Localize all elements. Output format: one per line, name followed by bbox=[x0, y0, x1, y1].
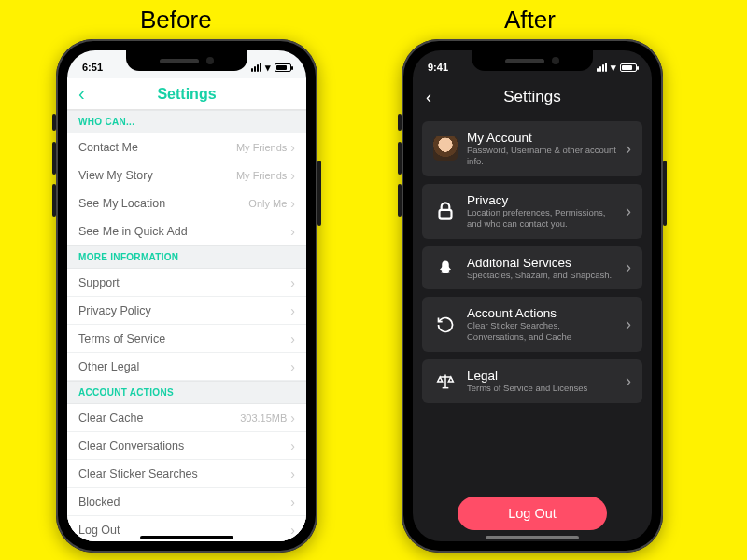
row-clear-conversations[interactable]: Clear Conversations › bbox=[67, 432, 306, 460]
phone-before: 6:51 ▾ ‹ Settings WHO CAN... Contact Me … bbox=[56, 39, 317, 553]
chevron-right-icon: › bbox=[290, 331, 295, 346]
row-label: Other Legal bbox=[78, 360, 139, 373]
row-label: Clear Sticker Searches bbox=[78, 468, 198, 481]
row-label: See Me in Quick Add bbox=[78, 225, 188, 238]
power-button bbox=[663, 161, 667, 226]
row-blocked[interactable]: Blocked › bbox=[67, 488, 306, 516]
chevron-right-icon: › bbox=[290, 303, 295, 318]
battery-icon bbox=[620, 63, 637, 72]
section-header-more-info: MORE INFORMATION bbox=[67, 245, 306, 269]
chevron-right-icon: › bbox=[290, 224, 295, 239]
volume-down-button bbox=[398, 184, 402, 217]
avatar-icon bbox=[433, 136, 458, 161]
row-title: Additonal Services bbox=[467, 256, 616, 270]
home-indicator bbox=[486, 536, 579, 539]
status-time: 9:41 bbox=[428, 62, 448, 73]
chevron-right-icon: › bbox=[290, 439, 295, 454]
row-title: My Account bbox=[467, 131, 616, 145]
chevron-right-icon: › bbox=[290, 140, 295, 155]
back-button[interactable]: ‹ bbox=[78, 83, 85, 105]
header: ‹ Settings bbox=[67, 78, 306, 110]
battery-icon bbox=[275, 63, 291, 72]
signal-icon bbox=[597, 63, 607, 72]
notch bbox=[472, 50, 593, 71]
phone-after: 9:41 ▾ ‹ Settings My Account Password, U… bbox=[402, 39, 663, 553]
row-label: View My Story bbox=[78, 169, 153, 182]
row-label: Clear Cache bbox=[78, 412, 143, 425]
chevron-right-icon: › bbox=[626, 315, 631, 334]
row-subtitle: Location preferences, Permissions, and w… bbox=[467, 207, 616, 230]
chevron-right-icon: › bbox=[626, 202, 631, 221]
row-privacy-policy[interactable]: Privacy Policy › bbox=[67, 297, 306, 325]
row-label: See My Location bbox=[78, 197, 165, 210]
row-terms[interactable]: Terms of Service › bbox=[67, 325, 306, 353]
row-title: Privacy bbox=[467, 193, 616, 207]
row-my-account[interactable]: My Account Password, Username & other ac… bbox=[422, 121, 642, 176]
row-value: Only Me bbox=[248, 198, 287, 209]
wifi-icon: ▾ bbox=[611, 62, 616, 74]
volume-up-button bbox=[398, 142, 402, 175]
row-label: Privacy Policy bbox=[78, 304, 151, 317]
chevron-right-icon: › bbox=[626, 371, 631, 391]
row-subtitle: Terms of Service and Licenses bbox=[467, 383, 616, 394]
row-title: Legal bbox=[467, 369, 616, 383]
row-legal[interactable]: Legal Terms of Service and Licenses › bbox=[422, 359, 642, 403]
chevron-right-icon: › bbox=[626, 139, 631, 159]
row-value: 303.15MB bbox=[240, 413, 287, 424]
row-value: My Friends bbox=[236, 142, 287, 153]
row-clear-sticker-searches[interactable]: Clear Sticker Searches › bbox=[67, 460, 306, 488]
row-subtitle: Clear Sticker Searches, Conversations, a… bbox=[467, 320, 616, 343]
scales-icon bbox=[433, 370, 458, 394]
row-additional-services[interactable]: Additonal Services Spectacles, Shazam, a… bbox=[422, 246, 642, 290]
row-account-actions[interactable]: Account Actions Clear Sticker Searches, … bbox=[422, 297, 642, 352]
row-subtitle: Password, Username & other account info. bbox=[467, 145, 616, 167]
row-view-my-story[interactable]: View My Story My Friends› bbox=[67, 161, 306, 189]
status-icons: ▾ bbox=[251, 62, 291, 74]
row-value: My Friends bbox=[236, 170, 287, 181]
chevron-right-icon: › bbox=[290, 467, 295, 482]
chevron-right-icon: › bbox=[290, 495, 295, 510]
mute-switch bbox=[52, 114, 56, 131]
chevron-right-icon: › bbox=[290, 196, 295, 211]
wifi-icon: ▾ bbox=[265, 62, 271, 74]
row-label: Contact Me bbox=[78, 141, 138, 154]
page-title: Settings bbox=[503, 88, 560, 106]
volume-down-button bbox=[52, 184, 56, 217]
row-label: Terms of Service bbox=[78, 332, 165, 345]
svg-rect-0 bbox=[440, 210, 452, 219]
volume-up-button bbox=[52, 142, 56, 175]
mute-switch bbox=[398, 114, 402, 131]
row-label: Support bbox=[78, 276, 120, 289]
settings-list[interactable]: WHO CAN... Contact Me My Friends› View M… bbox=[67, 110, 306, 541]
row-support[interactable]: Support › bbox=[67, 269, 306, 297]
chevron-right-icon: › bbox=[290, 411, 295, 426]
row-contact-me[interactable]: Contact Me My Friends› bbox=[67, 133, 306, 161]
back-button[interactable]: ‹ bbox=[426, 88, 431, 107]
row-label: Log Out bbox=[78, 524, 120, 537]
section-header-account-actions: ACCOUNT ACTIONS bbox=[67, 381, 306, 404]
row-see-me-quick-add[interactable]: See Me in Quick Add › bbox=[67, 217, 306, 245]
chevron-right-icon: › bbox=[290, 359, 295, 374]
row-privacy[interactable]: Privacy Location preferences, Permission… bbox=[422, 184, 642, 239]
reload-icon bbox=[433, 313, 458, 337]
row-subtitle: Spectacles, Shazam, and Snapcash. bbox=[467, 270, 616, 281]
row-title: Account Actions bbox=[467, 306, 616, 320]
ghost-icon bbox=[433, 256, 458, 280]
chevron-right-icon: › bbox=[290, 523, 295, 538]
home-indicator bbox=[140, 536, 233, 539]
row-other-legal[interactable]: Other Legal › bbox=[67, 353, 306, 381]
row-label: Clear Conversations bbox=[78, 440, 184, 453]
screen-after: 9:41 ▾ ‹ Settings My Account Password, U… bbox=[413, 50, 652, 541]
notch bbox=[126, 50, 247, 71]
chevron-right-icon: › bbox=[626, 258, 631, 277]
row-clear-cache[interactable]: Clear Cache 303.15MB› bbox=[67, 404, 306, 432]
row-see-my-location[interactable]: See My Location Only Me› bbox=[67, 189, 306, 217]
chevron-right-icon: › bbox=[290, 168, 295, 183]
lock-icon bbox=[433, 199, 458, 223]
settings-list: My Account Password, Username & other ac… bbox=[422, 121, 642, 403]
caption-after: After bbox=[504, 6, 556, 35]
power-button bbox=[317, 161, 321, 226]
logout-button[interactable]: Log Out bbox=[458, 497, 607, 530]
screen-before: 6:51 ▾ ‹ Settings WHO CAN... Contact Me … bbox=[67, 50, 306, 541]
signal-icon bbox=[251, 63, 261, 72]
